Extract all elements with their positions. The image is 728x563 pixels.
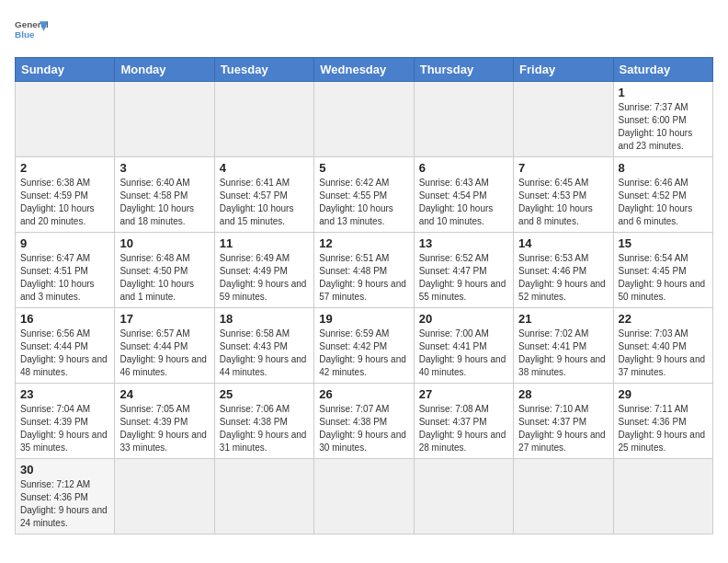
- day-info: Sunrise: 6:49 AM Sunset: 4:49 PM Dayligh…: [220, 252, 309, 304]
- calendar-cell: 28Sunrise: 7:10 AM Sunset: 4:37 PM Dayli…: [514, 384, 613, 459]
- calendar-cell: [214, 459, 313, 534]
- calendar-cell: [414, 459, 513, 534]
- calendar-cell: 30Sunrise: 7:12 AM Sunset: 4:36 PM Dayli…: [16, 459, 115, 534]
- calendar-cell: 19Sunrise: 6:59 AM Sunset: 4:42 PM Dayli…: [314, 308, 414, 384]
- calendar-cell: 18Sunrise: 6:58 AM Sunset: 4:43 PM Dayli…: [214, 308, 313, 384]
- calendar-cell: [613, 459, 712, 534]
- calendar-cell: 21Sunrise: 7:02 AM Sunset: 4:41 PM Dayli…: [514, 308, 613, 384]
- calendar-cell: 9Sunrise: 6:47 AM Sunset: 4:51 PM Daylig…: [16, 233, 115, 308]
- day-info: Sunrise: 6:56 AM Sunset: 4:44 PM Dayligh…: [20, 327, 109, 379]
- calendar-cell: 8Sunrise: 6:46 AM Sunset: 4:52 PM Daylig…: [613, 157, 712, 233]
- day-info: Sunrise: 6:51 AM Sunset: 4:48 PM Dayligh…: [319, 252, 408, 304]
- day-number: 15: [619, 236, 708, 250]
- calendar-cell: [115, 82, 214, 157]
- column-header-monday: Monday: [115, 58, 214, 82]
- day-info: Sunrise: 7:08 AM Sunset: 4:37 PM Dayligh…: [419, 403, 508, 454]
- day-number: 18: [220, 312, 309, 326]
- day-info: Sunrise: 6:54 AM Sunset: 4:45 PM Dayligh…: [619, 252, 708, 304]
- day-info: Sunrise: 6:40 AM Sunset: 4:58 PM Dayligh…: [119, 177, 209, 228]
- day-info: Sunrise: 6:59 AM Sunset: 4:42 PM Dayligh…: [319, 327, 408, 379]
- day-info: Sunrise: 6:38 AM Sunset: 4:59 PM Dayligh…: [20, 177, 109, 228]
- calendar-cell: [16, 82, 115, 157]
- calendar-cell: 4Sunrise: 6:41 AM Sunset: 4:57 PM Daylig…: [214, 157, 313, 233]
- day-info: Sunrise: 7:07 AM Sunset: 4:38 PM Dayligh…: [319, 403, 408, 454]
- day-number: 7: [518, 161, 608, 175]
- calendar-cell: [214, 82, 313, 157]
- calendar-cell: 27Sunrise: 7:08 AM Sunset: 4:37 PM Dayli…: [414, 384, 513, 459]
- day-info: Sunrise: 7:03 AM Sunset: 4:40 PM Dayligh…: [619, 327, 708, 379]
- calendar-cell: [115, 459, 214, 534]
- day-info: Sunrise: 7:10 AM Sunset: 4:37 PM Dayligh…: [518, 403, 608, 454]
- column-header-saturday: Saturday: [613, 58, 712, 82]
- calendar-cell: [514, 82, 613, 157]
- day-number: 28: [518, 387, 608, 401]
- day-number: 9: [20, 236, 109, 250]
- calendar-cell: [414, 82, 513, 157]
- day-number: 20: [419, 312, 508, 326]
- day-info: Sunrise: 6:41 AM Sunset: 4:57 PM Dayligh…: [220, 177, 309, 228]
- day-info: Sunrise: 7:05 AM Sunset: 4:39 PM Dayligh…: [119, 403, 209, 454]
- day-info: Sunrise: 7:02 AM Sunset: 4:41 PM Dayligh…: [518, 327, 608, 379]
- calendar-cell: [314, 82, 414, 157]
- day-info: Sunrise: 6:52 AM Sunset: 4:47 PM Dayligh…: [419, 252, 508, 304]
- calendar-cell: 7Sunrise: 6:45 AM Sunset: 4:53 PM Daylig…: [514, 157, 613, 233]
- column-header-thursday: Thursday: [414, 58, 513, 82]
- day-info: Sunrise: 7:12 AM Sunset: 4:36 PM Dayligh…: [20, 478, 109, 530]
- day-number: 25: [220, 387, 309, 401]
- calendar-cell: 3Sunrise: 6:40 AM Sunset: 4:58 PM Daylig…: [115, 157, 214, 233]
- day-number: 3: [119, 161, 209, 175]
- day-number: 24: [119, 387, 209, 401]
- day-number: 27: [419, 387, 508, 401]
- day-number: 22: [619, 312, 708, 326]
- day-number: 16: [20, 312, 109, 326]
- calendar-cell: 6Sunrise: 6:43 AM Sunset: 4:54 PM Daylig…: [414, 157, 513, 233]
- day-info: Sunrise: 6:48 AM Sunset: 4:50 PM Dayligh…: [119, 252, 209, 304]
- day-number: 10: [119, 236, 209, 250]
- day-info: Sunrise: 7:04 AM Sunset: 4:39 PM Dayligh…: [20, 403, 109, 454]
- day-info: Sunrise: 7:06 AM Sunset: 4:38 PM Dayligh…: [220, 403, 309, 454]
- calendar-cell: [514, 459, 613, 534]
- day-number: 29: [619, 387, 708, 401]
- calendar-cell: 23Sunrise: 7:04 AM Sunset: 4:39 PM Dayli…: [16, 384, 115, 459]
- day-number: 5: [319, 161, 408, 175]
- calendar-cell: 5Sunrise: 6:42 AM Sunset: 4:55 PM Daylig…: [314, 157, 414, 233]
- day-number: 13: [419, 236, 508, 250]
- day-number: 6: [419, 161, 508, 175]
- day-number: 4: [220, 161, 309, 175]
- calendar-cell: 24Sunrise: 7:05 AM Sunset: 4:39 PM Dayli…: [115, 384, 214, 459]
- calendar-cell: 13Sunrise: 6:52 AM Sunset: 4:47 PM Dayli…: [414, 233, 513, 308]
- day-info: Sunrise: 7:00 AM Sunset: 4:41 PM Dayligh…: [419, 327, 508, 379]
- page-header: General Blue: [15, 15, 713, 48]
- calendar-cell: 25Sunrise: 7:06 AM Sunset: 4:38 PM Dayli…: [214, 384, 313, 459]
- day-info: Sunrise: 6:57 AM Sunset: 4:44 PM Dayligh…: [119, 327, 209, 379]
- day-number: 2: [20, 161, 109, 175]
- calendar-cell: 14Sunrise: 6:53 AM Sunset: 4:46 PM Dayli…: [514, 233, 613, 308]
- calendar-cell: 1Sunrise: 7:37 AM Sunset: 6:00 PM Daylig…: [613, 82, 712, 157]
- calendar-cell: 20Sunrise: 7:00 AM Sunset: 4:41 PM Dayli…: [414, 308, 513, 384]
- day-info: Sunrise: 6:46 AM Sunset: 4:52 PM Dayligh…: [619, 177, 708, 228]
- day-info: Sunrise: 7:37 AM Sunset: 6:00 PM Dayligh…: [619, 101, 708, 153]
- column-header-tuesday: Tuesday: [214, 58, 313, 82]
- svg-text:Blue: Blue: [15, 29, 35, 40]
- calendar-cell: 16Sunrise: 6:56 AM Sunset: 4:44 PM Dayli…: [16, 308, 115, 384]
- day-info: Sunrise: 6:58 AM Sunset: 4:43 PM Dayligh…: [220, 327, 309, 379]
- generalblue-logo-icon: General Blue: [15, 15, 48, 48]
- calendar-cell: 22Sunrise: 7:03 AM Sunset: 4:40 PM Dayli…: [613, 308, 712, 384]
- column-header-wednesday: Wednesday: [314, 58, 414, 82]
- calendar-table: SundayMondayTuesdayWednesdayThursdayFrid…: [15, 57, 713, 534]
- calendar-week-row: 16Sunrise: 6:56 AM Sunset: 4:44 PM Dayli…: [16, 308, 713, 384]
- calendar-cell: 26Sunrise: 7:07 AM Sunset: 4:38 PM Dayli…: [314, 384, 414, 459]
- day-info: Sunrise: 6:42 AM Sunset: 4:55 PM Dayligh…: [319, 177, 408, 228]
- calendar-cell: 17Sunrise: 6:57 AM Sunset: 4:44 PM Dayli…: [115, 308, 214, 384]
- day-info: Sunrise: 6:47 AM Sunset: 4:51 PM Dayligh…: [20, 252, 109, 304]
- day-number: 23: [20, 387, 109, 401]
- day-number: 30: [20, 463, 109, 477]
- day-number: 1: [619, 86, 708, 99]
- day-number: 26: [319, 387, 408, 401]
- day-number: 14: [518, 236, 608, 250]
- calendar-cell: 29Sunrise: 7:11 AM Sunset: 4:36 PM Dayli…: [613, 384, 712, 459]
- day-info: Sunrise: 7:11 AM Sunset: 4:36 PM Dayligh…: [619, 403, 708, 454]
- calendar-cell: 2Sunrise: 6:38 AM Sunset: 4:59 PM Daylig…: [16, 157, 115, 233]
- calendar-week-row: 30Sunrise: 7:12 AM Sunset: 4:36 PM Dayli…: [16, 459, 713, 534]
- day-info: Sunrise: 6:53 AM Sunset: 4:46 PM Dayligh…: [518, 252, 608, 304]
